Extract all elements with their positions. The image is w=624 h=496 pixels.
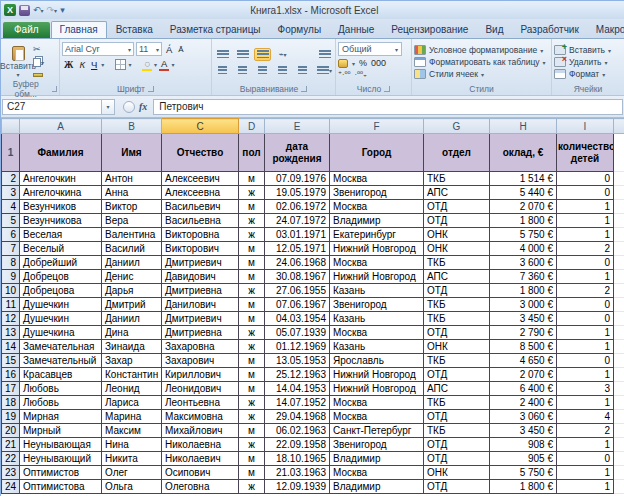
middle-align-button[interactable] xyxy=(234,48,251,61)
cell[interactable]: 22.09.1958 xyxy=(265,438,330,452)
excel-icon[interactable]: X xyxy=(4,4,16,16)
ribbon-tab-8[interactable]: Разработчик xyxy=(513,22,587,38)
cell[interactable]: Даниил xyxy=(102,312,162,326)
accounting-format-icon[interactable] xyxy=(338,59,348,68)
borders-dropdown-icon[interactable]: ▾ xyxy=(128,61,131,68)
row-header-1[interactable]: 1 xyxy=(2,134,20,172)
cell[interactable]: Васильевич xyxy=(162,200,239,214)
cell[interactable]: 0 xyxy=(557,172,614,186)
cell[interactable]: 1 xyxy=(557,270,614,284)
cell[interactable]: ТКБ xyxy=(424,172,490,186)
increase-indent-button[interactable] xyxy=(294,64,311,77)
cell[interactable]: Олеговна xyxy=(162,480,239,494)
empty-cell[interactable] xyxy=(614,368,624,382)
empty-cell[interactable] xyxy=(614,438,624,452)
cell[interactable]: 1 xyxy=(557,438,614,452)
cell[interactable]: Душечкин xyxy=(20,298,102,312)
cell[interactable]: 1 xyxy=(557,200,614,214)
cell[interactable]: 2 xyxy=(557,424,614,438)
cell[interactable]: 01.12.1969 xyxy=(265,340,330,354)
cell[interactable]: 3 600 € xyxy=(490,256,557,270)
cell[interactable]: ОТД xyxy=(424,452,490,466)
cell[interactable]: Москва xyxy=(330,466,424,480)
row-header-14[interactable]: 14 xyxy=(2,340,20,354)
cell[interactable]: ОНК xyxy=(424,228,490,242)
cell[interactable]: 5 750 € xyxy=(490,466,557,480)
cell[interactable]: Ангелочкина xyxy=(20,186,102,200)
conditional-formatting-button[interactable]: Условное форматирование▾ xyxy=(414,45,549,55)
cell[interactable]: Дмитриевна xyxy=(162,284,239,298)
cell[interactable]: Викторовна xyxy=(162,228,239,242)
top-align-button[interactable] xyxy=(214,48,231,61)
name-box-dropdown-icon[interactable]: ▾ xyxy=(102,99,115,115)
copy-icon[interactable]: ▾ xyxy=(33,57,49,68)
cell[interactable]: Валентина xyxy=(102,228,162,242)
cell[interactable]: ж xyxy=(239,326,265,340)
percent-style-button[interactable]: % xyxy=(359,58,367,68)
cell[interactable]: 4 xyxy=(557,410,614,424)
cell[interactable]: Казань xyxy=(330,340,424,354)
cell[interactable]: Антон xyxy=(102,172,162,186)
row-header-20[interactable]: 20 xyxy=(2,424,20,438)
ribbon-tab-2[interactable]: Вставка xyxy=(108,22,161,38)
cell[interactable]: 5 440 € xyxy=(490,186,557,200)
cell[interactable]: Дарья xyxy=(102,284,162,298)
cell[interactable]: Николаевич xyxy=(162,452,239,466)
cell[interactable]: Алексеевич xyxy=(162,172,239,186)
cell[interactable]: Москва xyxy=(330,172,424,186)
cell[interactable]: м xyxy=(239,312,265,326)
cell[interactable]: 3 060 € xyxy=(490,410,557,424)
cell[interactable]: Веселый xyxy=(20,242,102,256)
cell[interactable]: 02.06.1972 xyxy=(265,200,330,214)
cell[interactable]: Нина xyxy=(102,438,162,452)
ribbon-tab-3[interactable]: Разметка страницы xyxy=(162,22,269,38)
cell-styles-button[interactable]: Стили ячеек▾ xyxy=(414,69,549,79)
align-center-button[interactable] xyxy=(234,64,251,77)
cell[interactable]: 04.03.1954 xyxy=(265,312,330,326)
cell[interactable]: Константин xyxy=(102,368,162,382)
cell[interactable]: Дмитриевна xyxy=(162,326,239,340)
column-header-H[interactable]: H xyxy=(490,119,557,134)
cell[interactable]: м xyxy=(239,466,265,480)
cell[interactable]: 25.12.1963 xyxy=(265,368,330,382)
cell[interactable]: Викторович xyxy=(162,242,239,256)
row-header-15[interactable]: 15 xyxy=(2,354,20,368)
cell[interactable]: ТКБ xyxy=(424,424,490,438)
number-dialog-launcher-icon[interactable] xyxy=(384,86,390,92)
number-format-select[interactable]: Общий▾ xyxy=(338,42,402,56)
cell[interactable]: м xyxy=(239,354,265,368)
cell[interactable]: ОТД xyxy=(424,284,490,298)
cell[interactable]: Нижний Новгород xyxy=(330,270,424,284)
formula-input[interactable]: Петрович xyxy=(153,99,623,115)
cell[interactable]: Звенигород xyxy=(330,298,424,312)
cell[interactable]: 2 400 € xyxy=(490,396,557,410)
insert-function-icon[interactable]: fx xyxy=(139,101,147,112)
cell[interactable]: 3 000 € xyxy=(490,298,557,312)
cell[interactable]: Василий xyxy=(102,242,162,256)
cell[interactable]: Любовь xyxy=(20,396,102,410)
cell[interactable]: 0 xyxy=(557,298,614,312)
cell[interactable]: м xyxy=(239,298,265,312)
cell[interactable]: Нижний Новгород xyxy=(330,382,424,396)
increase-decimal-button[interactable]: ⁺·⁰⁰ xyxy=(338,70,350,79)
cell[interactable]: м xyxy=(239,368,265,382)
cell[interactable]: Ангелочкин xyxy=(20,172,102,186)
cell[interactable]: 0 xyxy=(557,256,614,270)
cell[interactable]: Алексеевна xyxy=(162,186,239,200)
column-header-C[interactable]: C xyxy=(162,119,239,134)
cell[interactable]: Ярославль xyxy=(330,354,424,368)
cell[interactable]: 2 070 € xyxy=(490,200,557,214)
cell[interactable]: Владимир xyxy=(330,480,424,494)
cell[interactable]: 03.01.1971 xyxy=(265,228,330,242)
row-header-5[interactable]: 5 xyxy=(2,214,20,228)
header-cell[interactable]: отдел xyxy=(424,134,490,172)
cell[interactable]: Кириллович xyxy=(162,368,239,382)
row-header-13[interactable]: 13 xyxy=(2,326,20,340)
ribbon-tab-1[interactable]: Главная xyxy=(51,21,107,38)
ribbon-tab-9[interactable]: Макросы xyxy=(588,22,624,38)
cell[interactable]: Неунывающий xyxy=(20,452,102,466)
cell[interactable]: Любовь xyxy=(20,382,102,396)
cell[interactable]: ж xyxy=(239,480,265,494)
empty-cell[interactable] xyxy=(614,200,624,214)
empty-cell[interactable] xyxy=(614,410,624,424)
